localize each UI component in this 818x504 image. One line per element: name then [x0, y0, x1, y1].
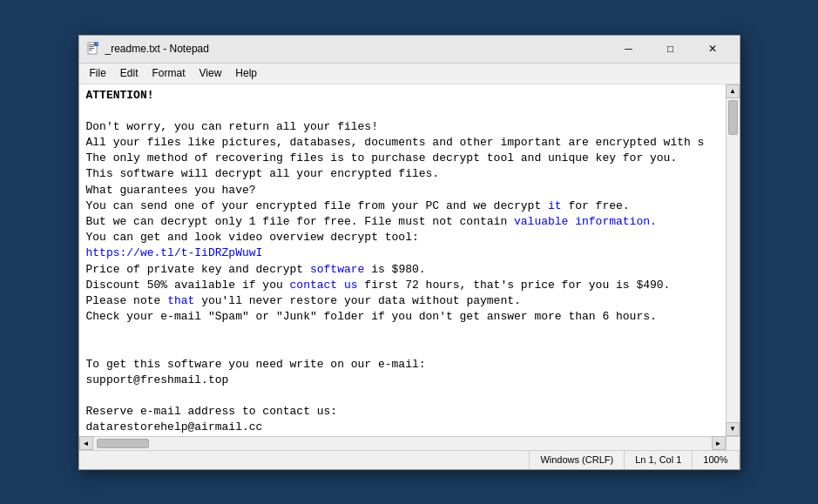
line-11: https://we.tl/t-IiDRZpWuwI	[86, 245, 722, 261]
close-button[interactable]: ✕	[693, 36, 733, 62]
line-3: Don't worry, you can return all your fil…	[86, 119, 722, 135]
line-18: To get this software you need write on o…	[86, 357, 722, 373]
line-14: Please note that you'll never restore yo…	[86, 293, 722, 309]
line-blank-2	[86, 325, 722, 340]
text-editor[interactable]: ATTENTION! Don't worry, you can return a…	[79, 84, 726, 436]
vertical-scrollbar[interactable]: ▲ ▼	[726, 84, 740, 436]
scroll-up-button[interactable]: ▲	[726, 84, 740, 98]
line-21: Reserve e-mail address to contact us:	[86, 404, 722, 420]
line-8: You can send one of your encrypted file …	[86, 198, 722, 214]
scroll-left-button[interactable]: ◄	[79, 436, 93, 450]
scroll-track-vertical[interactable]	[727, 98, 740, 422]
window-controls: ─ □ ✕	[609, 36, 733, 62]
line-12: Price of private key and decrypt softwar…	[86, 262, 722, 278]
notepad-window: _readme.txt - Notepad ─ □ ✕ File Edit Fo…	[78, 35, 740, 470]
line-10: You can get and look video overview decr…	[86, 230, 722, 245]
maximize-button[interactable]: □	[651, 36, 691, 62]
title-bar: _readme.txt - Notepad ─ □ ✕	[79, 36, 740, 64]
status-position: Ln 1, Col 1	[625, 451, 693, 469]
minimize-button[interactable]: ─	[609, 36, 649, 62]
scroll-right-button[interactable]: ►	[712, 436, 726, 450]
menu-format[interactable]: Format	[145, 65, 193, 81]
scroll-thumb-vertical[interactable]	[728, 100, 738, 135]
status-encoding: Windows (CRLF)	[530, 451, 625, 469]
line-5: The only method of recovering files is t…	[86, 151, 722, 166]
line-blank-3	[86, 341, 722, 357]
status-zoom: 100%	[693, 451, 739, 469]
menu-view[interactable]: View	[193, 65, 229, 81]
line-4: All your files like pictures, databases,…	[86, 135, 722, 151]
status-bar: Windows (CRLF) Ln 1, Col 1 100%	[79, 450, 740, 469]
line-7: What guarantees you have?	[86, 183, 722, 198]
content-area: ATTENTION! Don't worry, you can return a…	[79, 84, 740, 436]
line-blank-1	[86, 104, 722, 119]
horizontal-scrollbar[interactable]: ◄ ►	[79, 437, 726, 450]
notepad-icon	[86, 42, 100, 56]
menu-edit[interactable]: Edit	[113, 65, 145, 81]
line-6: This software will decrypt all your encr…	[86, 166, 722, 182]
line-13: Discount 50% available if you contact us…	[86, 278, 722, 293]
scroll-thumb-horizontal[interactable]	[97, 439, 149, 448]
menu-bar: File Edit Format View Help	[79, 64, 740, 84]
line-19: support@freshmail.top	[86, 373, 722, 388]
bottom-scroll-area: ◄ ►	[79, 436, 740, 450]
scroll-corner	[726, 437, 740, 451]
line-blank-4	[86, 388, 722, 404]
line-9: But we can decrypt only 1 file for free.…	[86, 214, 722, 230]
line-1: ATTENTION!	[86, 88, 722, 104]
scroll-track-horizontal[interactable]	[93, 437, 712, 450]
menu-help[interactable]: Help	[228, 65, 264, 81]
window-title: _readme.txt - Notepad	[105, 43, 609, 55]
menu-file[interactable]: File	[83, 65, 113, 81]
svg-rect-1	[89, 44, 94, 45]
svg-rect-2	[89, 46, 94, 47]
scroll-down-button[interactable]: ▼	[726, 422, 740, 436]
line-22: datarestorehelp@airmail.cc	[86, 420, 722, 435]
line-15: Check your e-mail "Spam" or "Junk" folde…	[86, 309, 722, 325]
svg-rect-4	[89, 50, 92, 50]
status-empty	[79, 451, 531, 469]
svg-rect-3	[89, 48, 94, 49]
